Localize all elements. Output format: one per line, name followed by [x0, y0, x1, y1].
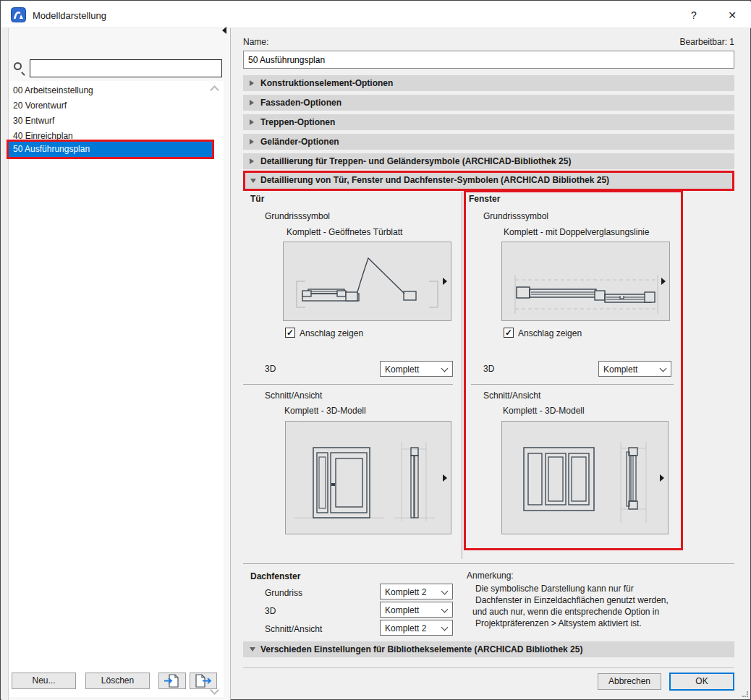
- roof-section-dropdown[interactable]: Komplett 2: [380, 620, 453, 636]
- window-title: Modelldarstellung: [33, 10, 106, 21]
- close-button[interactable]: ✕: [718, 6, 747, 25]
- door-plan-symbol: [284, 242, 451, 320]
- section-verschieden-einstellungen[interactable]: Verschieden Einstellungen für Bibliothek…: [243, 641, 734, 657]
- ok-button[interactable]: OK: [669, 673, 734, 691]
- section-detaillierung-treppen[interactable]: Detaillierung für Treppen- und Geländers…: [243, 153, 734, 169]
- scroll-up-icon[interactable]: [211, 85, 218, 92]
- note-line: Dachfenster in Einzeldachflächen genutzt…: [475, 594, 669, 606]
- import-button[interactable]: [158, 673, 186, 689]
- column-divider: [462, 192, 462, 559]
- note-line: Die symbolische Darstellung kann nur für: [475, 583, 634, 594]
- new-button[interactable]: Neu...: [12, 673, 76, 689]
- model-view-options-dialog: Modelldarstellung ? ✕ 00 Arbeitseinstell…: [0, 0, 751, 700]
- resize-grip[interactable]: [742, 691, 748, 697]
- chevron-right-icon: [250, 139, 254, 145]
- section-fassaden[interactable]: Fassaden-Optionen: [243, 95, 734, 111]
- chevron-down-icon: [250, 179, 256, 183]
- chevron-right-icon: [250, 100, 254, 106]
- roof-window-title: Dachfenster: [250, 571, 300, 582]
- divider: [243, 563, 734, 564]
- divider: [243, 667, 734, 668]
- view-options-list: 00 Arbeitseinstellung 20 Vorentwurf 30 E…: [9, 81, 224, 697]
- chevron-down-icon: [660, 365, 667, 372]
- chevron-down-icon: [441, 606, 449, 613]
- door-3d-label: 3D: [265, 364, 276, 375]
- flyout-arrow-icon[interactable]: [443, 278, 447, 285]
- list-item[interactable]: 00 Arbeitseinstellung: [9, 83, 212, 98]
- list-item[interactable]: 30 Entwurf: [9, 114, 212, 129]
- window-elevation-symbol: [502, 422, 668, 534]
- note-title: Anmerkung:: [467, 571, 514, 581]
- chevron-down-icon: [441, 588, 449, 595]
- editable-count-label: Bearbeitbar: 1: [590, 37, 734, 48]
- help-button[interactable]: ?: [682, 6, 706, 25]
- door-anschlag-label: Anschlag zeigen: [300, 328, 363, 339]
- window-3d-dropdown[interactable]: Komplett: [598, 361, 671, 377]
- chevron-right-icon: [250, 80, 254, 86]
- door-elevation-preview[interactable]: [285, 421, 451, 534]
- roof-3d-dropdown[interactable]: Komplett: [380, 602, 453, 618]
- selected-item-highlight: 50 Ausführungsplan: [7, 140, 214, 159]
- window-plan-preview[interactable]: [501, 242, 670, 321]
- door-plan-heading: Grundrisssymbol: [265, 211, 330, 222]
- window-elevation-preview[interactable]: [501, 421, 669, 534]
- chevron-down-icon: [441, 365, 449, 372]
- note-line: und auch nur, wenn die entsprechende Opt…: [472, 606, 659, 618]
- name-label: Name:: [243, 37, 268, 48]
- divider: [471, 384, 674, 385]
- roof-grundriss-dropdown[interactable]: Komplett 2: [380, 584, 453, 599]
- list-item[interactable]: 20 Vorentwurf: [9, 98, 212, 114]
- export-icon: [190, 673, 216, 688]
- chevron-right-icon: [250, 158, 254, 164]
- window-section-heading: Schnitt/Ansicht: [483, 390, 540, 401]
- left-gutter: [1, 28, 9, 700]
- door-section-option: Komplett - 3D-Modell: [284, 406, 366, 417]
- window-plan-symbol: [502, 242, 669, 320]
- view-list-panel: 00 Arbeitseinstellung 20 Vorentwurf 30 E…: [1, 28, 230, 700]
- archicad-logo-icon: [11, 7, 26, 22]
- section-gelaender[interactable]: Geländer-Optionen: [243, 134, 734, 150]
- door-plan-preview[interactable]: [283, 242, 451, 321]
- search-icon: [14, 62, 22, 70]
- flyout-arrow-icon[interactable]: [443, 474, 447, 482]
- roof-section-label: Schnitt/Ansicht: [265, 624, 322, 635]
- door-plan-option: Komplett - Geöffnetes Türblatt: [287, 227, 402, 238]
- divider: [243, 384, 453, 385]
- window-anschlag-checkbox[interactable]: ✓: [504, 328, 514, 338]
- section-detaillierung-tuer-fenster[interactable]: Detaillierung von Tür, Fenster und Dachf…: [243, 171, 734, 191]
- door-section-heading: Schnitt/Ansicht: [265, 390, 322, 401]
- section-treppen[interactable]: Treppen-Optionen: [243, 114, 734, 130]
- roof-3d-label: 3D: [265, 606, 276, 617]
- window-plan-option: Komplett - mit Doppelverglasungslinie: [504, 227, 649, 238]
- door-column-title: Tür: [250, 194, 264, 205]
- note-line: Projektpräferenzen > Altsystem aktiviert…: [475, 618, 642, 629]
- cancel-button[interactable]: Abbrechen: [598, 673, 661, 690]
- chevron-down-icon: [250, 647, 255, 652]
- section-konstruktionselement[interactable]: Konstruktionselement-Optionen: [243, 75, 734, 91]
- window-3d-label: 3D: [483, 364, 494, 375]
- window-plan-heading: Grundrisssymbol: [483, 211, 548, 222]
- window-section-option: Komplett - 3D-Modell: [503, 406, 585, 417]
- chevron-right-icon: [250, 119, 254, 125]
- panel-splitter[interactable]: [230, 28, 231, 700]
- title-bar: Modelldarstellung ? ✕: [1, 1, 751, 28]
- window-column-title: Fenster: [469, 194, 500, 205]
- window-anschlag-label: Anschlag zeigen: [518, 328, 582, 339]
- door-anschlag-checkbox[interactable]: ✓: [285, 328, 295, 338]
- export-button[interactable]: [190, 673, 217, 689]
- delete-button[interactable]: Löschen: [85, 673, 150, 689]
- roof-grundriss-label: Grundriss: [265, 588, 302, 599]
- flyout-arrow-icon[interactable]: [660, 474, 664, 482]
- name-input[interactable]: [243, 51, 734, 69]
- list-item-selected[interactable]: 50 Ausführungsplan: [9, 142, 212, 157]
- import-icon: [159, 673, 185, 688]
- door-elevation-symbol: [286, 422, 451, 534]
- door-3d-dropdown[interactable]: Komplett: [380, 361, 453, 377]
- chevron-down-icon: [441, 624, 449, 631]
- flyout-arrow-icon[interactable]: [661, 278, 666, 285]
- search-input[interactable]: [30, 59, 222, 77]
- collapse-panel-icon[interactable]: [222, 27, 226, 34]
